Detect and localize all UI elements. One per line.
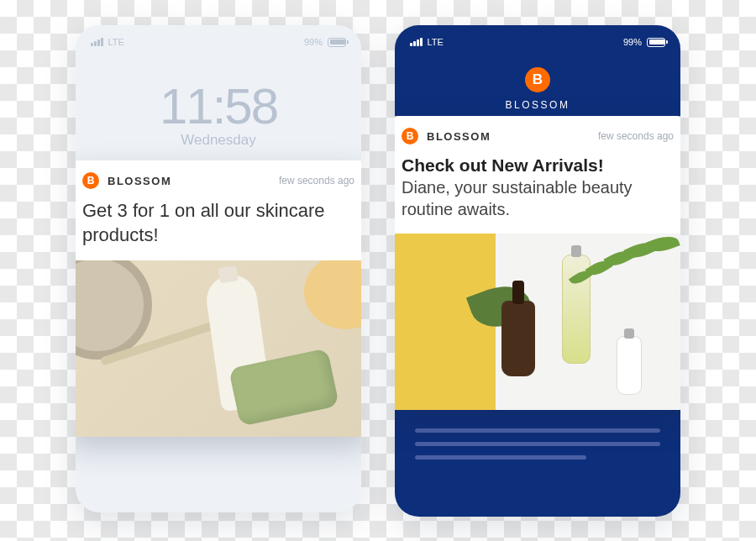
notification-message: Diane, your sustainable beauty routine a…	[402, 176, 674, 220]
notification-body: Get 3 for 1 on all our skincare products…	[76, 192, 361, 260]
push-notification[interactable]: B BLOSSOM few seconds ago Check out New …	[395, 116, 680, 410]
lock-clock: 11:58 Wednesday	[76, 52, 361, 165]
app-header-name: BLOSSOM	[395, 99, 680, 111]
phone-in-app: LTE 99% B BLOSSOM B BLOSSOM few seconds …	[395, 25, 680, 517]
notification-app-name: BLOSSOM	[108, 175, 171, 187]
lock-day: Wednesday	[76, 132, 361, 149]
battery-icon	[328, 38, 346, 47]
app-logo-icon: B	[82, 172, 99, 189]
battery-icon	[647, 38, 665, 47]
notification-header: B BLOSSOM few seconds ago	[76, 160, 361, 192]
content-placeholder	[395, 410, 680, 487]
network-label: LTE	[428, 37, 444, 47]
app-logo-icon: B	[402, 128, 418, 144]
app-header: B BLOSSOM	[395, 52, 680, 121]
notification-image	[76, 260, 361, 437]
signal-icon	[91, 38, 103, 46]
notification-app-name: BLOSSOM	[427, 130, 491, 143]
app-logo-icon: B	[525, 67, 550, 92]
battery-percent: 99%	[623, 37, 642, 47]
notification-timestamp: few seconds ago	[279, 175, 354, 186]
push-notification[interactable]: B BLOSSOM few seconds ago Get 3 for 1 on…	[76, 160, 361, 437]
signal-icon	[410, 38, 423, 46]
notification-header: B BLOSSOM few seconds ago	[395, 116, 680, 148]
notification-message: Get 3 for 1 on all our skincare products…	[82, 199, 354, 247]
notification-title: Check out New Arrivals!	[402, 155, 674, 176]
phone-lockscreen: LTE 99% 11:58 Wednesday B BLOSSOM few se…	[76, 25, 361, 512]
status-bar: LTE 99%	[395, 25, 680, 52]
battery-percent: 99%	[304, 37, 323, 47]
notification-body: Check out New Arrivals! Diane, your sust…	[395, 148, 680, 234]
status-bar: LTE 99%	[76, 25, 361, 52]
notification-image	[395, 234, 680, 410]
notification-timestamp: few seconds ago	[598, 130, 674, 142]
network-label: LTE	[108, 37, 124, 47]
lock-time: 11:58	[76, 77, 361, 135]
